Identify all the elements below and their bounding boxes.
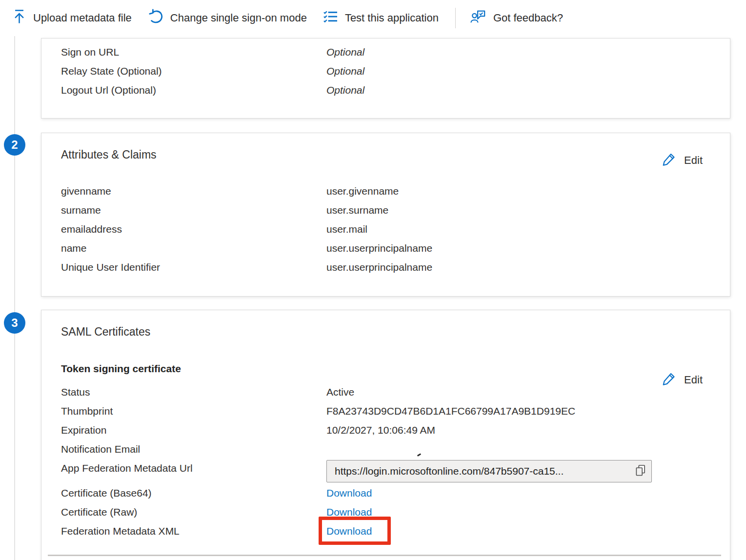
feedback-icon bbox=[470, 9, 486, 27]
token-signing-certificate-heading: Token signing certificate bbox=[61, 363, 181, 375]
pencil-icon bbox=[662, 152, 676, 169]
change-sso-mode-button[interactable]: Change single sign-on mode bbox=[148, 9, 307, 27]
table-row: Certificate (Raw) Download bbox=[61, 502, 710, 521]
claim-label: name bbox=[61, 242, 326, 254]
claim-value: user.userprincipalname bbox=[326, 242, 432, 254]
edit-attributes-label: Edit bbox=[684, 154, 703, 167]
basic-saml-configuration-card: Sign on URL Optional Relay State (Option… bbox=[41, 38, 730, 119]
table-row: surname user.surname bbox=[61, 200, 710, 220]
sign-on-url-label: Sign on URL bbox=[61, 46, 326, 58]
sign-on-url-value: Optional bbox=[326, 46, 364, 58]
table-row: Logout Url (Optional) Optional bbox=[61, 80, 710, 100]
table-row: Relay State (Optional) Optional bbox=[61, 61, 710, 80]
edit-attributes-button[interactable]: Edit bbox=[662, 152, 703, 169]
command-bar: Upload metadata file Change single sign-… bbox=[0, 0, 746, 36]
table-row: name user.userprincipalname bbox=[61, 239, 710, 258]
certificate-raw-label: Certificate (Raw) bbox=[61, 506, 326, 518]
relay-state-value: Optional bbox=[326, 65, 364, 77]
logout-url-label: Logout Url (Optional) bbox=[61, 84, 326, 96]
change-sso-mode-label: Change single sign-on mode bbox=[170, 12, 307, 24]
table-row: Expiration 10/2/2027, 10:06:49 AM bbox=[61, 420, 710, 440]
toolbar-divider bbox=[455, 8, 456, 28]
metadata-url-input[interactable]: https://login.microsoftonline.com/847b59… bbox=[326, 460, 652, 482]
table-row: givenname user.givenname bbox=[61, 181, 710, 200]
claim-label: surname bbox=[61, 204, 326, 216]
claim-value: user.mail bbox=[326, 223, 367, 235]
thumbprint-label: Thumbprint bbox=[61, 405, 326, 417]
checklist-icon bbox=[323, 10, 338, 26]
federation-metadata-xml-download-link[interactable]: Download bbox=[326, 525, 372, 537]
claim-value: user.userprincipalname bbox=[326, 261, 432, 273]
app-federation-metadata-url-label: App Federation Metadata Url bbox=[61, 462, 193, 474]
federation-metadata-xml-label: Federation Metadata XML bbox=[61, 525, 326, 537]
claim-value: user.givenname bbox=[326, 185, 399, 197]
copy-button[interactable] bbox=[636, 464, 645, 479]
got-feedback-button[interactable]: Got feedback? bbox=[470, 9, 563, 27]
expiration-label: Expiration bbox=[61, 424, 326, 436]
certificate-base64-label: Certificate (Base64) bbox=[61, 487, 326, 499]
saml-certificates-title: SAML Certificates bbox=[61, 325, 150, 339]
upload-icon bbox=[13, 9, 26, 27]
section-divider bbox=[48, 555, 721, 556]
attributes-claims-card: Attributes & Claims Edit givenname user.… bbox=[41, 133, 730, 297]
test-application-label: Test this application bbox=[345, 12, 439, 24]
table-row: emailaddress user.mail bbox=[61, 220, 710, 239]
claim-label: givenname bbox=[61, 185, 326, 197]
expiration-value: 10/2/2027, 10:06:49 AM bbox=[326, 424, 435, 436]
status-label: Status bbox=[61, 386, 326, 398]
logout-url-value: Optional bbox=[326, 84, 364, 96]
claim-label: emailaddress bbox=[61, 223, 326, 235]
table-row: Unique User Identifier user.userprincipa… bbox=[61, 258, 710, 277]
saml-certificates-card: SAML Certificates Token signing certific… bbox=[41, 310, 730, 560]
claim-value: user.surname bbox=[326, 204, 388, 216]
upload-metadata-file-button[interactable]: Upload metadata file bbox=[13, 9, 132, 27]
step-3-badge: 3 bbox=[4, 312, 25, 334]
relay-state-label: Relay State (Optional) bbox=[61, 65, 326, 77]
step-2-badge: 2 bbox=[4, 134, 25, 156]
table-row: Sign on URL Optional bbox=[61, 42, 710, 61]
undo-icon bbox=[148, 9, 163, 27]
attributes-claims-title: Attributes & Claims bbox=[61, 148, 157, 161]
copy-icon bbox=[636, 464, 645, 479]
metadata-url-value: https://login.microsoftonline.com/847b59… bbox=[335, 465, 631, 477]
status-value: Active bbox=[326, 386, 354, 398]
test-application-button[interactable]: Test this application bbox=[323, 10, 439, 26]
table-row: Status Active bbox=[61, 382, 710, 401]
table-row: Notification Email bbox=[61, 440, 710, 459]
table-row: Thumbprint F8A23743D9CD47B6D1A1FC66799A1… bbox=[61, 401, 710, 420]
table-row: Certificate (Base64) Download bbox=[61, 483, 710, 502]
app-federation-metadata-url-row: App Federation Metadata Url https://logi… bbox=[61, 457, 710, 480]
table-row: Federation Metadata XML Download bbox=[61, 521, 710, 540]
claim-label: Unique User Identifier bbox=[61, 261, 326, 273]
certificate-base64-download-link[interactable]: Download bbox=[326, 487, 372, 499]
got-feedback-label: Got feedback? bbox=[493, 12, 563, 24]
thumbprint-value: F8A23743D9CD47B6D1A1FC66799A17A9B1D919EC bbox=[326, 405, 575, 417]
step-timeline bbox=[14, 36, 15, 560]
certificate-raw-download-link[interactable]: Download bbox=[326, 506, 372, 518]
notification-email-label: Notification Email bbox=[61, 443, 326, 455]
upload-metadata-file-label: Upload metadata file bbox=[33, 12, 132, 24]
